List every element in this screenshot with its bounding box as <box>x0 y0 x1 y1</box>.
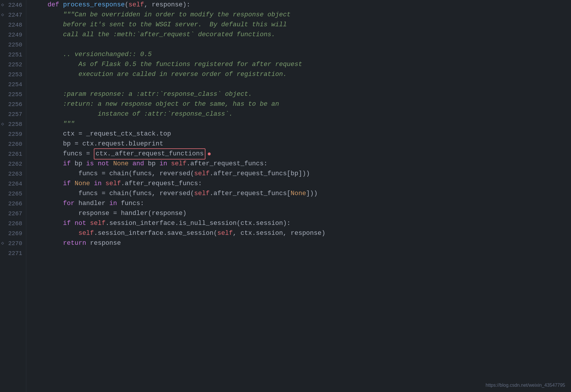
code-line <box>32 79 571 89</box>
code-line: """Can be overridden in order to modify … <box>32 10 571 20</box>
line-number: 2250 <box>0 40 26 50</box>
token-plain: funcs = chain(funcs, reversed( <box>32 189 194 199</box>
token-plain: ctx = _request_ctx_stack.top <box>32 129 171 139</box>
line-number: 2263 <box>0 169 26 179</box>
token-kw: if not <box>32 218 90 228</box>
line-number: 2265 <box>0 189 26 199</box>
token-kw: in <box>90 179 105 189</box>
token-plain <box>32 228 78 238</box>
token-kw: in <box>160 159 171 169</box>
token-self-kw: self <box>217 228 233 238</box>
code-line: if bp is not None and bp in self.after_r… <box>32 159 571 169</box>
token-plain: bp <box>75 159 86 169</box>
code-line: def process_response(self, response): <box>32 0 571 10</box>
token-plain: handler <box>78 199 109 209</box>
token-plain: .after_request_funcs[bp])) <box>210 169 310 179</box>
line-number: 2261 <box>0 149 26 159</box>
token-comment: instance of :attr:`response_class`. <box>32 109 233 119</box>
code-line: bp = ctx.request.blueprint <box>32 139 571 149</box>
code-line: instance of :attr:`response_class`. <box>32 109 571 119</box>
token-plain: funcs = <box>32 149 94 159</box>
token-plain: ( <box>125 0 129 10</box>
line-number: 2271 <box>0 248 26 258</box>
token-comment: As of Flask 0.5 the functions registered… <box>32 60 302 70</box>
line-number-column: ◇2246◇2247224822492250225122522253225422… <box>0 0 26 258</box>
fold-icon[interactable]: ◇ <box>1 121 4 128</box>
token-comment: execution are called in reverse order of… <box>32 70 287 79</box>
token-kw: def <box>48 0 63 10</box>
code-line: :return: a new response object or the sa… <box>32 99 571 109</box>
fold-icon[interactable]: ◇ <box>1 240 4 247</box>
token-self-kw: self <box>129 0 144 10</box>
code-line: As of Flask 0.5 the functions registered… <box>32 60 571 70</box>
token-comment: call all the :meth:`after_request` decor… <box>32 30 275 40</box>
line-number: 2259 <box>0 129 26 139</box>
code-line: response = handler(response) <box>32 209 571 218</box>
red-dot <box>208 152 211 155</box>
token-kw: for <box>32 199 78 209</box>
token-plain: response = handler(response) <box>32 209 186 218</box>
token-plain: .session_interface.save_session( <box>94 228 217 238</box>
code-line: if None in self.after_request_funcs: <box>32 179 571 189</box>
line-number: ◇2270 <box>0 238 26 248</box>
token-plain: funcs = chain(funcs, reversed( <box>32 169 194 179</box>
token-self-kw: self <box>194 169 210 179</box>
line-number: 2254 <box>0 79 26 89</box>
token-plain: , response): <box>144 0 190 10</box>
line-number: 2255 <box>0 89 26 99</box>
line-number: ◇2258 <box>0 119 26 129</box>
line-number: 2257 <box>0 109 26 119</box>
token-self-kw: self <box>78 228 94 238</box>
line-number: 2264 <box>0 179 26 189</box>
token-comment: before it's sent to the WSGI server. By … <box>32 20 287 30</box>
code-line: call all the :meth:`after_request` decor… <box>32 30 571 40</box>
token-none-kw: None <box>113 159 129 169</box>
code-content: def process_response(self, response): ""… <box>26 0 571 392</box>
line-number: ◇2246 <box>0 0 26 10</box>
code-line: return response <box>32 238 571 248</box>
token-comment: """ <box>32 119 75 129</box>
token-plain: bp = ctx.request.blueprint <box>32 139 163 149</box>
fold-icon[interactable]: ◇ <box>1 1 4 9</box>
token-none-kw: None <box>75 179 90 189</box>
token-none-kw: None <box>291 189 306 199</box>
highlighted-expression: ctx._after_request_functions <box>94 148 205 159</box>
line-number: 2260 <box>0 139 26 149</box>
fold-icon[interactable]: ◇ <box>1 11 4 19</box>
token-plain: response <box>90 238 121 248</box>
line-number: 2267 <box>0 209 26 218</box>
token-plain <box>32 0 48 10</box>
code-editor: ◇2246◇2247224822492250225122522253225422… <box>0 0 571 392</box>
token-self-kw: self <box>105 179 121 189</box>
line-number: ◇2247 <box>0 10 26 20</box>
token-kw: return <box>32 238 90 248</box>
code-line: funcs = chain(funcs, reversed(self.after… <box>32 169 571 179</box>
code-line: """ <box>32 119 571 129</box>
token-self-kw: self <box>90 218 105 228</box>
line-number: 2262 <box>0 159 26 169</box>
line-number: 2251 <box>0 50 26 60</box>
line-number: 2256 <box>0 99 26 109</box>
token-comment: .. versionchanged:: 0.5 <box>32 50 152 60</box>
code-line: if not self.session_interface.is_null_se… <box>32 218 571 228</box>
line-number: 2268 <box>0 218 26 228</box>
code-line: .. versionchanged:: 0.5 <box>32 50 571 60</box>
code-line: execution are called in reverse order of… <box>32 70 571 79</box>
code-line: for handler in funcs: <box>32 199 571 209</box>
line-gutter: ◇2246◇2247224822492250225122522253225422… <box>0 0 26 392</box>
code-line: before it's sent to the WSGI server. By … <box>32 20 571 30</box>
token-plain: .after_request_funcs[ <box>210 189 290 199</box>
line-number: 2266 <box>0 199 26 209</box>
token-plain: ])) <box>306 189 318 199</box>
line-number: 2248 <box>0 20 26 30</box>
code-line: funcs = ctx._after_request_functions <box>32 149 571 159</box>
line-number: 2252 <box>0 60 26 70</box>
token-kw: if <box>32 159 75 169</box>
token-self-kw: self <box>194 189 210 199</box>
code-line <box>32 40 571 50</box>
token-plain: funcs: <box>121 199 144 209</box>
line-number: 2249 <box>0 30 26 40</box>
token-plain: .after_request_funcs: <box>186 159 267 169</box>
code-line <box>32 248 571 258</box>
code-line: ctx = _request_ctx_stack.top <box>32 129 571 139</box>
